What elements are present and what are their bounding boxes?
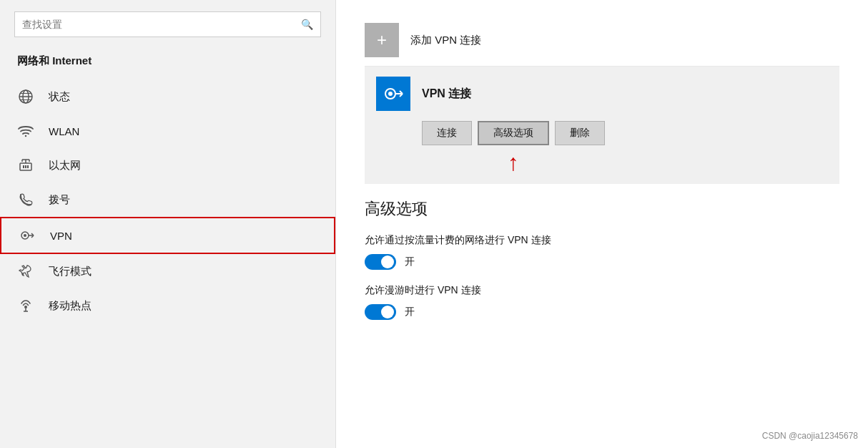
sidebar-item-label-hotspot: 移动热点	[49, 299, 92, 313]
option1-toggle[interactable]	[365, 254, 396, 270]
section-title: 网络和 Internet	[0, 52, 335, 79]
sidebar-item-dialup[interactable]: 拨号	[0, 182, 335, 217]
search-icon: 🔍	[301, 19, 313, 30]
vpn-connection-svg	[382, 82, 405, 105]
option2-toggle-row: 开	[365, 304, 839, 320]
sidebar: 🔍 网络和 Internet 状态 WLAN	[0, 0, 336, 448]
option1-toggle-label: 开	[405, 255, 415, 268]
svg-point-15	[24, 234, 26, 237]
watermark: CSDN @caojia12345678	[762, 431, 858, 441]
red-arrow-icon: ↑	[508, 151, 519, 174]
sidebar-item-ethernet[interactable]: 以太网	[0, 148, 335, 182]
advanced-section: 高级选项 允许通过按流量计费的网络进行 VPN 连接 开 允许漫游时进行 VPN…	[365, 184, 839, 341]
sidebar-item-label-wlan: WLAN	[49, 125, 79, 137]
vpn-connection-name: VPN 连接	[422, 87, 471, 102]
option2-toggle-label: 开	[405, 306, 415, 318]
dialup-icon	[17, 191, 34, 208]
sidebar-item-wlan[interactable]: WLAN	[0, 114, 335, 148]
svg-rect-12	[25, 165, 26, 168]
sidebar-item-label-dialup: 拨号	[49, 193, 70, 207]
connect-button[interactable]: 连接	[422, 121, 472, 145]
option2-toggle[interactable]	[365, 304, 396, 320]
hotspot-icon	[17, 297, 34, 314]
option1-label: 允许通过按流量计费的网络进行 VPN 连接	[365, 234, 839, 247]
arrow-annotation: ↑	[376, 151, 828, 174]
option1-toggle-row: 开	[365, 254, 839, 270]
vpn-icon	[19, 227, 36, 244]
airplane-icon	[17, 263, 34, 280]
svg-rect-13	[27, 165, 29, 168]
sidebar-item-airplane[interactable]: 飞行模式	[0, 254, 335, 288]
sidebar-item-label-status: 状态	[49, 90, 70, 104]
delete-button[interactable]: 删除	[555, 121, 605, 145]
add-vpn-label: 添加 VPN 连接	[410, 34, 481, 47]
vpn-action-buttons: 连接 高级选项 删除	[376, 121, 828, 145]
search-box[interactable]: 🔍	[14, 11, 321, 37]
vpn-connection-section: VPN 连接 连接 高级选项 删除 ↑	[365, 67, 839, 184]
svg-point-23	[388, 92, 393, 96]
sidebar-item-label-airplane: 飞行模式	[49, 265, 92, 278]
add-vpn-button[interactable]: +	[365, 23, 399, 57]
plus-icon: +	[377, 30, 387, 50]
vpn-connection-icon	[376, 77, 410, 111]
content-area: + 添加 VPN 连接 VPN 连接 连接 高级选项 删除	[336, 0, 868, 448]
add-vpn-row: + 添加 VPN 连接	[365, 14, 839, 67]
option2-label: 允许漫游时进行 VPN 连接	[365, 284, 839, 297]
sidebar-item-label-ethernet: 以太网	[49, 159, 81, 172]
svg-rect-11	[23, 165, 24, 168]
wifi-icon	[17, 122, 34, 140]
advanced-options-button[interactable]: 高级选项	[478, 121, 549, 145]
vpn-row: VPN 连接	[376, 77, 828, 111]
advanced-section-title: 高级选项	[365, 198, 839, 220]
svg-point-5	[25, 135, 26, 137]
sidebar-item-hotspot[interactable]: 移动热点	[0, 288, 335, 323]
sidebar-item-label-vpn: VPN	[50, 230, 72, 242]
sidebar-item-vpn[interactable]: VPN	[0, 217, 335, 254]
ethernet-icon	[17, 157, 34, 174]
svg-point-19	[24, 306, 27, 308]
search-input[interactable]	[22, 19, 301, 30]
sidebar-item-status[interactable]: 状态	[0, 79, 335, 114]
globe-icon	[17, 88, 34, 105]
